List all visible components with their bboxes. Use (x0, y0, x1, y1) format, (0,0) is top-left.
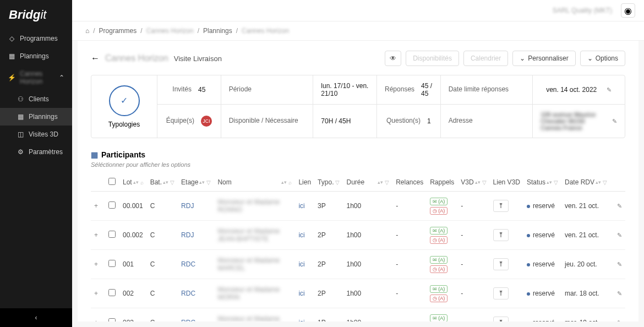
rappel-badge-mail[interactable]: ✉(A) (430, 198, 447, 205)
expand-row[interactable]: + (94, 319, 98, 321)
view-button[interactable]: 👁 (385, 51, 401, 66)
search-icon[interactable]: ⌕ (140, 179, 144, 186)
upload-button[interactable]: ⤒ (493, 229, 509, 241)
page-subtitle: Visite Livraison (174, 54, 222, 63)
cell-date: mar. 18 oct. (561, 279, 610, 308)
nav-project[interactable]: ⚡ Cannes Horizon ⌃ (0, 65, 72, 90)
edit-row-icon[interactable]: ✎ (617, 290, 622, 297)
cell-typo: 2P (314, 221, 343, 250)
lien-link[interactable]: ici (298, 319, 304, 321)
upload-button[interactable]: ⤒ (493, 287, 509, 299)
edit-icon[interactable]: ✎ (607, 86, 612, 94)
crumb-plannings[interactable]: Plannings (203, 27, 232, 35)
cell-rappels: ✉(A) ◷(A) (427, 221, 457, 250)
etage-link[interactable]: RDJ (181, 231, 194, 239)
lien-link[interactable]: ici (298, 231, 304, 239)
crumb-programmes[interactable]: Programmes (99, 27, 137, 35)
home-icon[interactable]: ⌂ (85, 27, 89, 35)
rappel-badge-mail[interactable]: ✉(A) (430, 314, 447, 321)
nav-programmes[interactable]: ◇ Programmes (0, 30, 72, 47)
sort-icon[interactable]: ▴▾ (547, 181, 552, 184)
upload-button[interactable]: ⤒ (493, 258, 509, 270)
expand-row[interactable]: + (94, 290, 98, 297)
filter-icon[interactable]: ▽ (206, 179, 211, 186)
row-checkbox[interactable] (108, 231, 116, 238)
upload-icon: ⤒ (498, 202, 504, 210)
rappel-badge-clock[interactable]: ◷(A) (430, 236, 447, 244)
rappel-badge-mail[interactable]: ✉(A) (430, 256, 447, 264)
expand-row[interactable]: + (94, 260, 98, 268)
select-all-checkbox[interactable] (108, 178, 116, 185)
typologies-box[interactable]: ✓ Typologies (91, 75, 157, 138)
nav-clients[interactable]: ⚇ Clients (0, 90, 72, 108)
sort-icon[interactable]: ▴▾ (199, 181, 205, 184)
user-menu[interactable]: ◉ (621, 3, 635, 18)
cell-lot: 00.001 (119, 192, 147, 221)
lien-link[interactable]: ici (298, 260, 304, 268)
nav-visites[interactable]: ◫ Visites 3D (0, 126, 72, 143)
filter-icon[interactable]: ▽ (603, 179, 607, 186)
edit-icon[interactable]: ✎ (612, 118, 617, 125)
rappel-badge-clock[interactable]: ◷(A) (430, 265, 447, 273)
etage-link[interactable]: RDJ (181, 202, 194, 210)
rappel-badge-clock[interactable]: ◷(A) (430, 295, 447, 302)
options-button[interactable]: ⌄Options (580, 51, 625, 66)
rappel-badge-clock[interactable]: ◷(A) (430, 207, 447, 215)
cell-v3d: - (457, 192, 489, 221)
personnaliser-button[interactable]: ⌄Personnaliser (512, 51, 575, 66)
lien-link[interactable]: ici (298, 290, 304, 297)
etage-link[interactable]: RDC (181, 290, 195, 297)
filter-icon[interactable]: ▽ (385, 179, 389, 186)
sort-icon[interactable]: ▴▾ (475, 181, 481, 184)
sort-icon[interactable]: ▴▾ (378, 181, 383, 184)
cell-duree: 1h00 (343, 221, 392, 250)
upload-button[interactable]: ⤒ (493, 200, 509, 212)
etage-link[interactable]: RDC (181, 260, 195, 268)
row-checkbox[interactable] (108, 289, 116, 296)
lien-link[interactable]: ici (298, 202, 304, 210)
disponibilites-button[interactable]: Disponibilités (406, 51, 459, 66)
sidebar-collapse[interactable]: ‹ (0, 308, 72, 327)
nav-parametres[interactable]: ⚙ Paramètres (0, 143, 72, 161)
edit-row-icon[interactable]: ✎ (617, 203, 622, 209)
expand-row[interactable]: + (94, 202, 98, 210)
filter-icon[interactable]: ▽ (170, 179, 174, 186)
sort-icon[interactable]: ▴▾ (133, 181, 139, 184)
sort-icon[interactable]: ▴▾ (281, 181, 287, 184)
etage-link[interactable]: RDC (181, 319, 195, 321)
row-checkbox[interactable] (108, 318, 116, 321)
filter-icon[interactable]: ▽ (335, 179, 340, 186)
nav-plannings[interactable]: ▦ Plannings (0, 47, 72, 65)
edit-row-icon[interactable]: ✎ (617, 261, 622, 268)
search-icon[interactable]: ⌕ (288, 179, 292, 186)
team-avatar[interactable]: JCI (201, 116, 212, 127)
filter-icon[interactable]: ▽ (482, 179, 487, 186)
eye-icon: 👁 (390, 54, 396, 62)
cell-adresse: Adresse (441, 105, 533, 138)
rappel-badge-mail[interactable]: ✉(A) (430, 227, 447, 235)
org-label: SARL Quality (MKT) (553, 7, 612, 14)
crumb-project[interactable]: Cannes Horizon (146, 27, 194, 35)
sort-icon[interactable]: ▴▾ (163, 181, 168, 184)
calendrier-button[interactable]: Calendrier (463, 51, 508, 66)
back-button[interactable]: ← (91, 53, 100, 63)
row-checkbox[interactable] (108, 201, 116, 209)
check-circle-icon: ✓ (109, 85, 140, 116)
cell-status: reservé (523, 192, 561, 221)
upload-button[interactable]: ⤒ (493, 317, 509, 321)
chevron-down-icon: ⌄ (587, 54, 593, 62)
sort-icon[interactable]: ▴▾ (596, 181, 601, 184)
filter-icon[interactable]: ▽ (554, 179, 558, 186)
nav-plannings-sub[interactable]: ▦ Plannings (0, 108, 72, 126)
row-checkbox[interactable] (108, 260, 116, 267)
table-row: + 002 C RDC Monsieur et Madame MORIN ici… (91, 279, 625, 308)
rappel-badge-mail[interactable]: ✉(A) (430, 285, 447, 293)
expand-row[interactable]: + (94, 231, 98, 239)
edit-row-icon[interactable]: ✎ (617, 232, 622, 238)
cell-dispo-val: 70H / 45H (313, 105, 377, 138)
edit-row-icon[interactable]: ✎ (617, 319, 622, 321)
table-row: + 003 C RDC Monsieur et Madame GRANDJEAN… (91, 308, 625, 322)
cell-status: reservé (523, 279, 561, 308)
cell-v3d: - (457, 250, 489, 279)
upload-icon: ⤒ (498, 231, 504, 239)
